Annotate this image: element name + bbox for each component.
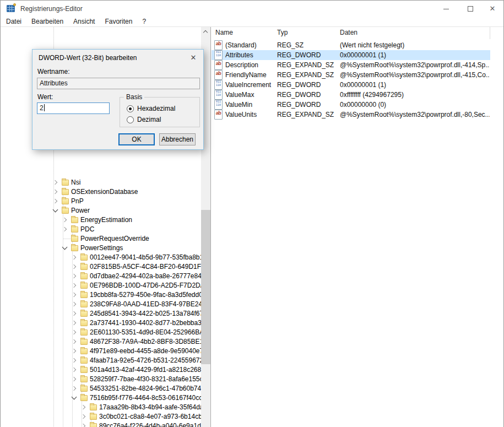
tree-node-label[interactable]: OSExtensionDatabase xyxy=(69,187,139,197)
collapse-chevron-icon[interactable] xyxy=(62,245,68,250)
expand-chevron-icon[interactable] xyxy=(72,311,76,316)
tree-node[interactable]: 238C9FA8-0AAD-41ED-83F4-97BE242C xyxy=(1,300,201,309)
close-button[interactable]: ✕ xyxy=(480,1,504,17)
expand-chevron-icon[interactable] xyxy=(62,227,67,231)
tree-node[interactable]: PDC xyxy=(1,225,201,234)
radio-decimal-label[interactable]: Dezimal xyxy=(137,116,161,123)
collapse-chevron-icon[interactable] xyxy=(72,394,77,400)
registry-value-row[interactable]: abFriendlyNameREG_EXPAND_SZ@%SystemRoot%… xyxy=(212,70,490,80)
expand-chevron-icon[interactable] xyxy=(72,377,76,381)
tree-node-label[interactable]: Power xyxy=(69,206,91,215)
tree-node[interactable]: OSExtensionDatabase xyxy=(1,187,201,197)
tree-node[interactable]: Nsi xyxy=(1,178,201,187)
tree-node[interactable]: 501a4d13-42af-4429-9fd1-a8218c268e xyxy=(1,365,201,375)
registry-value-row[interactable]: 011110ValueMinREG_DWORD0x00000000 (0) xyxy=(212,100,490,110)
tree-node-label[interactable]: 4f971e89-eebd-4455-a8de-9e59040e73 xyxy=(88,347,201,356)
tree-node[interactable]: 528259f7-7bae-4f30-8321-8afa6e155c4 xyxy=(1,375,201,384)
tree-node-label[interactable]: 501a4d13-42af-4429-9fd1-a8218c268e xyxy=(88,365,201,375)
radio-decimal[interactable] xyxy=(127,116,134,123)
expand-chevron-icon[interactable] xyxy=(53,199,57,203)
expand-chevron-icon[interactable] xyxy=(72,274,76,278)
cancel-button[interactable]: Abbrechen xyxy=(159,133,196,145)
registry-value-row[interactable]: abDescriptionREG_EXPAND_SZ@%SystemRoot%\… xyxy=(212,60,490,70)
tree-node[interactable]: PowerRequestOverride xyxy=(1,234,201,244)
tree-node-label[interactable]: 528259f7-7bae-4f30-8321-8afa6e155c4 xyxy=(88,375,201,384)
tree-node[interactable]: 7516b95f-f776-4464-8c53-06167f40cc9 xyxy=(1,393,201,403)
tree-node-label[interactable]: 48672F38-7A9A-4bb2-8BF8-3D85BE19 xyxy=(88,337,201,347)
expand-chevron-icon[interactable] xyxy=(81,405,85,409)
expand-chevron-icon[interactable] xyxy=(72,293,76,297)
tree-node-label[interactable]: 19cbb8fa-5279-450e-9fac-8a3d5fedd0 xyxy=(88,290,201,300)
tree-node[interactable]: 2a737441-1930-4402-8d77-b2bebba308 xyxy=(1,318,201,328)
tree-node-label[interactable]: 238C9FA8-0AAD-41ED-83F4-97BE242C xyxy=(88,300,201,309)
tree-node-label[interactable]: 02F815B5-A5CF-4C84-BF20-649D1F75 xyxy=(88,262,201,272)
column-separator[interactable] xyxy=(490,27,490,39)
registry-value-row[interactable]: 011110ValueIncrementREG_DWORD0x00000001 … xyxy=(212,80,490,90)
menu-item-ansicht[interactable]: Ansicht xyxy=(68,17,100,25)
tree-node[interactable]: 48672F38-7A9A-4bb2-8BF8-3D85BE19 xyxy=(1,337,201,347)
registry-value-row[interactable]: 011110ValueMaxREG_DWORD0xffffffff (42949… xyxy=(212,90,490,100)
expand-chevron-icon[interactable] xyxy=(53,190,57,194)
tree-node-label[interactable]: 0012ee47-9041-4b5d-9b77-535fba8b14 xyxy=(88,253,201,262)
expand-chevron-icon[interactable] xyxy=(62,218,67,222)
tree-node[interactable]: 54533251-82be-4824-96c1-47b60b740 xyxy=(1,384,201,393)
registry-value-row[interactable]: ab(Standard)REG_SZ(Wert nicht festgelegt… xyxy=(212,40,490,50)
expand-chevron-icon[interactable] xyxy=(72,302,76,306)
tree-node-label[interactable]: PDC xyxy=(79,225,96,234)
tree-node[interactable]: 2E601130-5351-4d9d-8E04-252966BAD xyxy=(1,328,201,337)
tree-node-label[interactable]: EnergyEstimation xyxy=(79,215,134,225)
tree-node-label[interactable]: 7516b95f-f776-4464-8c53-06167f40cc9 xyxy=(88,393,201,403)
expand-chevron-icon[interactable] xyxy=(53,180,57,185)
tree-node[interactable]: EnergyEstimation xyxy=(1,215,201,225)
expand-chevron-icon[interactable] xyxy=(72,321,76,325)
tree-node-label[interactable]: PowerRequestOverride xyxy=(79,234,151,244)
value-input[interactable]: 2 xyxy=(37,102,110,114)
column-header-name[interactable]: Name xyxy=(215,29,233,36)
tree-node[interactable]: PowerSettings xyxy=(1,244,201,253)
tree-node[interactable]: 17aaa29b-8b43-4b94-aafe-35f64da xyxy=(1,403,201,412)
radio-hexadecimal-label[interactable]: Hexadezimal xyxy=(137,105,175,112)
expand-chevron-icon[interactable] xyxy=(72,339,76,344)
menu-item-[interactable]: ? xyxy=(137,17,151,25)
tree-node[interactable]: 19cbb8fa-5279-450e-9fac-8a3d5fedd0 xyxy=(1,290,201,300)
expand-chevron-icon[interactable] xyxy=(72,358,76,363)
expand-chevron-icon[interactable] xyxy=(72,283,76,288)
scroll-up-button[interactable] xyxy=(201,27,210,36)
tree-node-label[interactable]: Nsi xyxy=(69,178,82,187)
tree-node[interactable]: PnP xyxy=(1,197,201,206)
tree-node-label[interactable]: 89cc76a4-f226-4d4b-a040-6e9a1da xyxy=(97,421,201,427)
tree-node[interactable]: 4faab71a-92e5-4726-b531-224559672c xyxy=(1,356,201,365)
tree-node[interactable]: Power xyxy=(1,206,201,215)
expand-chevron-icon[interactable] xyxy=(81,424,85,427)
ok-button[interactable]: OK xyxy=(118,133,155,145)
tree-node-label[interactable]: 54533251-82be-4824-96c1-47b60b740 xyxy=(88,384,201,393)
tree-node-label[interactable]: PowerSettings xyxy=(79,244,124,253)
tree-node-label[interactable]: PnP xyxy=(69,197,85,206)
minimize-button[interactable] xyxy=(434,1,458,17)
scrollbar-thumb[interactable] xyxy=(201,210,210,364)
menu-item-favoriten[interactable]: Favoriten xyxy=(100,17,137,25)
menu-item-bearbeiten[interactable]: Bearbeiten xyxy=(26,17,68,25)
expand-chevron-icon[interactable] xyxy=(72,330,76,334)
tree-node[interactable]: 3c0bc021-c8a8-4e07-a973-6b14cb xyxy=(1,412,201,421)
maximize-button[interactable] xyxy=(458,1,483,17)
expand-chevron-icon[interactable] xyxy=(72,386,76,391)
dialog-close-button[interactable]: ✕ xyxy=(188,53,199,63)
expand-chevron-icon[interactable] xyxy=(72,367,76,372)
tree-node[interactable]: 0d7dbae2-4294-402a-ba8e-26777e848 xyxy=(1,272,201,281)
expand-chevron-icon[interactable] xyxy=(72,349,76,353)
column-header-data[interactable]: Daten xyxy=(340,29,357,36)
menu-item-datei[interactable]: Datei xyxy=(1,17,26,25)
tree-node-label[interactable]: 2E601130-5351-4d9d-8E04-252966BAD xyxy=(88,328,201,337)
tree-node[interactable]: 0012ee47-9041-4b5d-9b77-535fba8b14 xyxy=(1,253,201,262)
tree-node[interactable]: 4f971e89-eebd-4455-a8de-9e59040e73 xyxy=(1,347,201,356)
tree-node-label[interactable]: 0d7dbae2-4294-402a-ba8e-26777e848 xyxy=(88,272,201,281)
tree-node-label[interactable]: 17aaa29b-8b43-4b94-aafe-35f64da xyxy=(97,403,201,412)
registry-value-row[interactable]: abValueUnitsREG_EXPAND_SZ@%SystemRoot%\s… xyxy=(212,110,490,120)
column-header-type[interactable]: Typ xyxy=(277,29,288,36)
value-name-field[interactable]: Attributes xyxy=(37,78,200,89)
tree-node[interactable]: 89cc76a4-f226-4d4b-a040-6e9a1da xyxy=(1,421,201,427)
panel-splitter[interactable] xyxy=(210,27,211,427)
expand-chevron-icon[interactable] xyxy=(72,264,76,269)
collapse-chevron-icon[interactable] xyxy=(53,207,58,213)
